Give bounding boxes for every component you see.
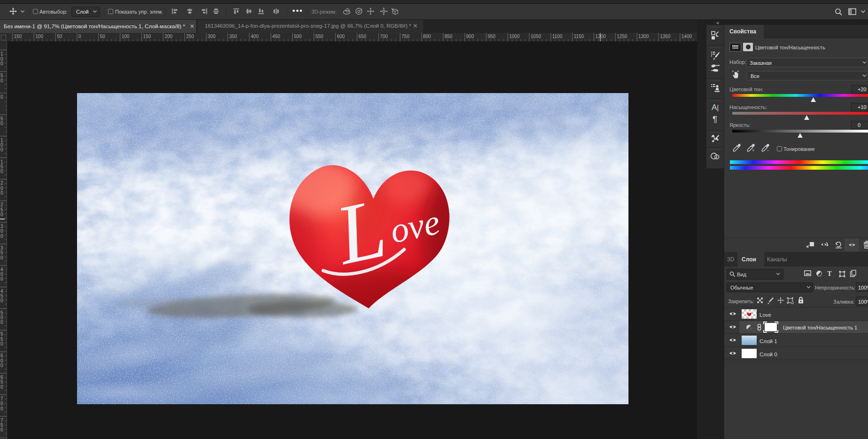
- svg-text:0: 0: [0, 190, 3, 196]
- svg-text:550: 550: [315, 34, 323, 39]
- svg-text:450: 450: [272, 34, 280, 39]
- svg-text:0: 0: [0, 61, 3, 66]
- svg-text:0: 0: [0, 427, 3, 432]
- svg-text:500: 500: [294, 34, 302, 39]
- svg-text:0: 0: [0, 147, 3, 152]
- svg-text:1350: 1350: [660, 34, 671, 39]
- svg-text:800: 800: [423, 34, 431, 39]
- svg-text:0: 0: [0, 169, 3, 174]
- svg-text:600: 600: [337, 34, 345, 39]
- svg-text:5: 5: [0, 423, 3, 428]
- svg-text:1000: 1000: [509, 34, 520, 39]
- svg-text:150: 150: [143, 34, 151, 39]
- svg-text:0: 0: [0, 255, 3, 260]
- svg-text:650: 650: [358, 34, 366, 39]
- svg-text:1300: 1300: [638, 34, 649, 39]
- svg-text:0: 0: [0, 298, 3, 303]
- svg-text:−: −: [767, 148, 769, 152]
- svg-text:750: 750: [402, 34, 410, 39]
- svg-text:2: 2: [0, 202, 3, 207]
- svg-text:100: 100: [122, 34, 130, 39]
- svg-text:0: 0: [0, 341, 3, 346]
- svg-text:0: 0: [0, 406, 3, 411]
- svg-text:300: 300: [208, 34, 216, 39]
- svg-text:350: 350: [229, 34, 237, 39]
- svg-text:5: 5: [0, 116, 3, 121]
- svg-text:1050: 1050: [531, 34, 542, 39]
- svg-text:0: 0: [0, 320, 3, 325]
- svg-text:150: 150: [14, 34, 22, 39]
- svg-text:1250: 1250: [617, 34, 628, 39]
- svg-text:1150: 1150: [574, 34, 584, 39]
- svg-text:850: 850: [445, 34, 453, 39]
- svg-text:50: 50: [100, 34, 106, 39]
- svg-text:1200: 1200: [595, 34, 606, 39]
- svg-text:900: 900: [466, 34, 474, 39]
- svg-text:950: 950: [488, 34, 496, 39]
- svg-text:200: 200: [164, 34, 172, 39]
- svg-text:0: 0: [0, 78, 3, 83]
- svg-text:0: 0: [0, 121, 3, 126]
- svg-text:0: 0: [0, 363, 3, 368]
- svg-text:5: 5: [0, 337, 3, 342]
- svg-text:0: 0: [78, 34, 81, 39]
- svg-text:100: 100: [35, 34, 43, 39]
- svg-text:400: 400: [251, 34, 259, 39]
- svg-text:1400: 1400: [682, 34, 692, 39]
- svg-text:250: 250: [186, 34, 194, 39]
- svg-text:700: 700: [380, 34, 388, 39]
- svg-text:0: 0: [0, 94, 3, 100]
- svg-text:50: 50: [57, 34, 62, 39]
- svg-text:0: 0: [0, 276, 3, 282]
- svg-text:+: +: [752, 148, 754, 152]
- svg-text:0: 0: [0, 384, 3, 390]
- svg-text:0: 0: [0, 234, 3, 239]
- svg-text:1100: 1100: [552, 34, 563, 39]
- svg-text:0: 0: [0, 212, 3, 217]
